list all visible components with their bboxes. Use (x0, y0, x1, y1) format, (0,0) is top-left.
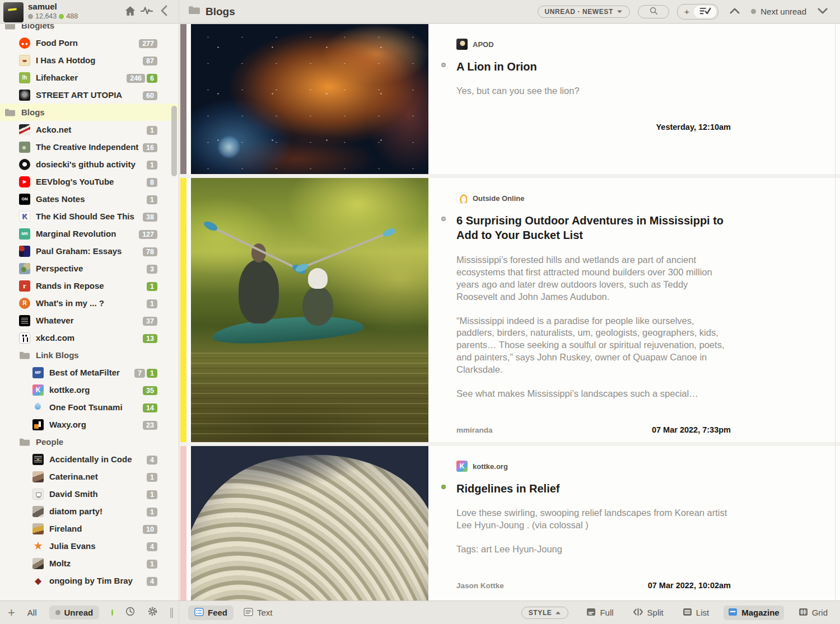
sidebar-feed-diatom-party[interactable]: diatom party! 1 (0, 503, 179, 520)
sidebar-feed-what-s-in-my[interactable]: R What's in my ... ? 1 (0, 294, 179, 312)
previous-item-button[interactable] (726, 4, 743, 19)
content-mode-text-button[interactable]: Text (239, 606, 277, 620)
filter-all-button[interactable]: All (27, 608, 37, 617)
sidebar-feed-the-kid-should-see-this[interactable]: K The Kid Should See This 38 (0, 208, 179, 225)
article-feed[interactable]: Kkottke.org (456, 461, 731, 472)
sidebar-feed-dosiecki-s-github-activity[interactable]: dosiecki's github activity 1 (0, 156, 179, 173)
relief-landscape-artwork[interactable] (191, 446, 428, 600)
article-title[interactable]: A Lion in Orion (456, 59, 731, 74)
sidebar-feed-lifehacker[interactable]: lh Lifehacker 2466 (0, 69, 179, 86)
sidebar-feed-paul-graham-essays[interactable]: Paul Graham: Essays 78 (0, 242, 179, 260)
xkcd-favicon-icon (19, 332, 30, 344)
unread-dot-icon (441, 485, 446, 489)
sidebar-folder-people[interactable]: People (0, 433, 179, 451)
view-grid-button[interactable]: Grid (794, 606, 832, 620)
style-dropdown[interactable]: STYLE (521, 607, 569, 619)
sidebar-feed-xkcd-com[interactable]: xkcd.com 13 (0, 329, 179, 346)
sidebar-feed-one-foot-tsunami[interactable]: One Foot Tsunami 14 (0, 398, 179, 416)
sidebar-rows: Bloglets Food Porn 277 I Has A Hotdog 87… (0, 24, 179, 589)
article-title[interactable]: Ridgelines in Relief (456, 481, 731, 496)
view-magazine-button[interactable]: Magazine (724, 606, 784, 620)
grid-view-icon (799, 608, 808, 618)
kayakers-on-river-photo[interactable] (191, 178, 428, 442)
home-button[interactable] (122, 3, 138, 20)
outside-favicon-icon (456, 193, 468, 204)
content-mode-feed-button[interactable]: Feed (188, 606, 234, 620)
next-unread-button[interactable]: Next unread (751, 7, 806, 16)
view-list-button[interactable]: List (678, 606, 713, 620)
pane-resize-handle[interactable] (170, 608, 173, 618)
filter-starred-button[interactable] (111, 609, 113, 616)
feed-color-bar (180, 446, 186, 600)
sidebar-feed-waxy-org[interactable]: Waxy.org 23 (0, 416, 179, 433)
sidebar-feed-fireland[interactable]: Fireland 10 (0, 520, 179, 537)
unread-count-badge: 1 (147, 126, 157, 135)
article-list[interactable]: APOD A Lion in Orion Yes, but can you se… (179, 24, 840, 600)
article-summary: Mississippi’s forested hills and wetland… (456, 254, 731, 412)
sidebar-feed-the-creative-independent[interactable]: The Creative Independent 16 (0, 138, 179, 156)
back-icon (160, 5, 167, 18)
sidebar-feed-whatever[interactable]: Whatever 37 (0, 312, 179, 329)
add-feed-button[interactable]: + (8, 607, 15, 619)
view-full-button[interactable]: Full (582, 606, 618, 620)
sidebar-feed-moltz[interactable]: Moltz 1 (0, 555, 179, 572)
sidebar-feed-marginal-revolution[interactable]: MR Marginal Revolution 127 (0, 225, 179, 242)
article-author: mmiranda (456, 426, 493, 434)
article-card[interactable]: Outside Online 6 Surprising Outdoor Adve… (180, 178, 840, 442)
unread-count-badge: 37 (143, 317, 157, 326)
unread-dot-icon (55, 610, 60, 615)
recently-read-button[interactable] (125, 607, 135, 618)
collapse-sidebar-button[interactable] (155, 3, 172, 20)
sidebar-folder-link-blogs[interactable]: Link Blogs (0, 346, 179, 364)
view-split-button[interactable]: Split (628, 606, 668, 620)
perspective-favicon-icon (19, 263, 30, 274)
add-icon[interactable]: + (684, 7, 689, 16)
unread-count-badge: 1 (147, 490, 157, 499)
chevron-down-icon (617, 8, 623, 16)
unread-count-badge: 16 (143, 143, 157, 152)
activity-button[interactable] (138, 3, 155, 20)
sidebar-feed-accidentally-in-code[interactable]: Accidentally in Code 4 (0, 451, 179, 468)
whatever-favicon-icon (19, 315, 30, 326)
search-button[interactable] (638, 5, 669, 18)
sidebar-feed-best-of-metafilter[interactable]: MF Best of MetaFilter 71 (0, 364, 179, 381)
sidebar-folder-bloglets[interactable]: Bloglets (0, 24, 179, 34)
article-title[interactable]: 6 Surprising Outdoor Adventures in Missi… (456, 213, 731, 243)
article-card[interactable]: APOD A Lion in Orion Yes, but can you se… (180, 24, 840, 174)
article-feed[interactable]: Outside Online (456, 193, 731, 204)
sidebar-feed-street-art-utopia[interactable]: STREET ART UTOPIA 60 (0, 86, 179, 104)
sidebar-feed-ongoing-by-tim-bray[interactable]: ◆ ongoing by Tim Bray 4 (0, 572, 179, 589)
sidebar-scrollbar-thumb[interactable] (171, 106, 177, 176)
sidebar-feed-gates-notes[interactable]: GN Gates Notes 1 (0, 190, 179, 208)
unread-count-badge: 23 (143, 421, 157, 430)
next-item-button[interactable] (814, 4, 831, 19)
filter-unread-button[interactable]: Unread (49, 606, 100, 620)
article-summary: Love these swirling, swooping relief lan… (456, 507, 731, 567)
sidebar-feed-acko-net[interactable]: Acko.net 1 (0, 121, 179, 138)
sidebar-feed-kottke-org[interactable]: K kottke.org 35 (0, 381, 179, 398)
filter-dropdown[interactable]: UNREAD · NEWEST (538, 6, 630, 18)
sidebar-feed-i-has-a-hotdog[interactable]: I Has A Hotdog 87 (0, 51, 179, 69)
magazine-view-icon (728, 608, 738, 618)
sidebar-folder-blogs[interactable]: Blogs (0, 104, 179, 121)
gear-icon (147, 606, 158, 619)
mark-all-read-button[interactable] (694, 6, 716, 18)
settings-button[interactable] (147, 606, 158, 619)
tksst-favicon-icon: K (19, 211, 30, 222)
orion-nebula-photo[interactable] (191, 24, 428, 174)
tci-favicon-icon (19, 142, 30, 153)
article-card[interactable]: Kkottke.org Ridgelines in Relief Love th… (180, 446, 840, 600)
view-switcher: FullSplitListMagazineGrid (582, 606, 832, 620)
article-feed[interactable]: APOD (456, 39, 731, 50)
sidebar-feed-food-porn[interactable]: Food Porn 277 (0, 34, 179, 51)
article-timestamp: 07 Mar 2022, 7:33pm (652, 425, 731, 434)
sidebar-feed-eevblog-s-youtube[interactable]: ▶ EEVblog's YouTube 8 (0, 173, 179, 190)
sidebar-feed-julia-evans[interactable]: ★ Julia Evans 4 (0, 537, 179, 555)
sidebar-feed-david-smith[interactable]: David Smith 1 (0, 485, 179, 503)
sidebar-feed-perspective[interactable]: Perspective 3 (0, 260, 179, 277)
avatar[interactable] (3, 2, 24, 22)
fireland-favicon-icon (32, 523, 44, 534)
sidebar-feed-rands-in-repose[interactable]: r Rands in Repose 1 (0, 277, 179, 294)
sidebar-feed-caterina-net[interactable]: Caterina.net 1 (0, 468, 179, 485)
activity-icon (141, 6, 153, 17)
